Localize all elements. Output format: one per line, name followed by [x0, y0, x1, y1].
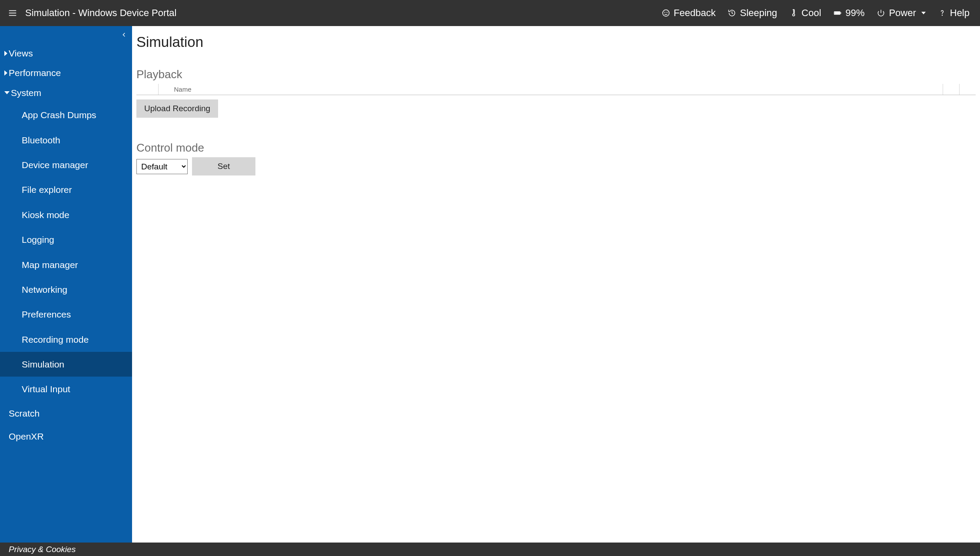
nav-subitem-device-manager[interactable]: Device manager	[0, 152, 132, 177]
svg-rect-9	[835, 12, 840, 14]
help-label: Help	[950, 7, 970, 19]
playback-col-action2	[959, 84, 976, 95]
svg-point-6	[793, 14, 795, 16]
nav-group-label: System	[11, 86, 41, 99]
svg-point-4	[665, 12, 665, 13]
nav-subitem-app-crash-dumps[interactable]: App Crash Dumps	[0, 103, 132, 127]
playback-section: Playback Name Upload Recording	[136, 68, 976, 118]
menu-toggle-button[interactable]	[8, 8, 17, 18]
nav-subitem-preferences[interactable]: Preferences	[0, 302, 132, 327]
nav-group-views[interactable]: Views	[0, 43, 132, 63]
upload-recording-button[interactable]: Upload Recording	[136, 99, 218, 118]
nav-subitem-bluetooth[interactable]: Bluetooth	[0, 128, 132, 152]
footer: Privacy & Cookies	[0, 543, 980, 556]
topbar: Simulation - Windows Device Portal Feedb…	[0, 0, 980, 26]
nav-subitem-recording-mode[interactable]: Recording mode	[0, 327, 132, 352]
main-content: Simulation Playback Name Upload Recordin…	[132, 26, 980, 543]
triangle-down-icon	[4, 91, 10, 94]
control-mode-heading: Control mode	[136, 141, 976, 155]
sidebar: ViewsPerformanceSystemApp Crash DumpsBlu…	[0, 26, 132, 543]
nav-subitem-simulation[interactable]: Simulation	[0, 352, 132, 377]
playback-col-handle	[136, 84, 158, 95]
sleeping-label: Sleeping	[740, 7, 777, 19]
feedback-label: Feedback	[674, 7, 716, 19]
battery-status[interactable]: 99%	[833, 7, 864, 19]
control-mode-section: Control mode Default Set	[136, 141, 976, 175]
nav-group-system[interactable]: System	[0, 83, 132, 103]
battery-icon	[833, 9, 842, 17]
history-icon	[728, 9, 736, 17]
privacy-cookies-link[interactable]: Privacy & Cookies	[9, 545, 76, 554]
playback-col-name[interactable]: Name	[158, 84, 943, 95]
triangle-right-icon	[4, 70, 7, 76]
playback-heading: Playback	[136, 68, 976, 81]
nav-subitem-file-explorer[interactable]: File explorer	[0, 177, 132, 202]
sleeping-status[interactable]: Sleeping	[728, 7, 777, 19]
feedback-button[interactable]: Feedback	[662, 7, 716, 19]
nav-subitem-logging[interactable]: Logging	[0, 227, 132, 252]
control-mode-set-button[interactable]: Set	[192, 157, 255, 175]
question-icon	[938, 9, 947, 17]
temperature-label: Cool	[801, 7, 821, 19]
nav-subitem-map-manager[interactable]: Map manager	[0, 252, 132, 277]
sidebar-collapse-button[interactable]	[121, 31, 128, 40]
nav-subitem-networking[interactable]: Networking	[0, 277, 132, 302]
window-title: Simulation - Windows Device Portal	[25, 7, 176, 19]
nav-item-scratch[interactable]: Scratch	[0, 402, 132, 425]
thermometer-icon	[789, 9, 798, 17]
triangle-right-icon	[4, 51, 7, 56]
nav-group-performance[interactable]: Performance	[0, 63, 132, 83]
svg-rect-8	[841, 12, 841, 13]
nav-group-label: Performance	[9, 66, 61, 79]
smile-icon	[662, 9, 670, 17]
power-label: Power	[889, 7, 916, 19]
svg-point-3	[662, 10, 669, 17]
nav-subitem-kiosk-mode[interactable]: Kiosk mode	[0, 202, 132, 227]
caret-down-icon	[921, 12, 926, 14]
svg-point-10	[942, 15, 942, 16]
power-menu-button[interactable]: Power	[877, 7, 925, 19]
nav-group-label: Views	[9, 47, 33, 60]
temperature-status[interactable]: Cool	[789, 7, 821, 19]
nav-item-openxr[interactable]: OpenXR	[0, 425, 132, 448]
svg-point-5	[667, 12, 667, 13]
playback-col-action1	[943, 84, 959, 95]
power-icon	[877, 9, 885, 17]
page-title: Simulation	[136, 34, 976, 50]
help-button[interactable]: Help	[938, 7, 970, 19]
battery-label: 99%	[845, 7, 864, 19]
playback-table: Name	[136, 84, 976, 95]
control-mode-select[interactable]: Default	[136, 159, 188, 174]
nav-subitem-virtual-input[interactable]: Virtual Input	[0, 377, 132, 401]
